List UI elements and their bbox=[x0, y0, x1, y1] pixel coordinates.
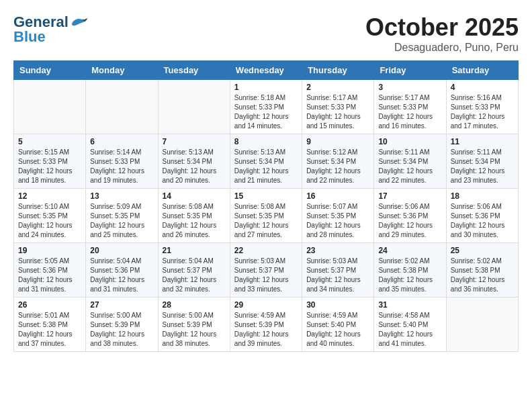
day-number: 23 bbox=[306, 246, 369, 255]
day-number: 19 bbox=[18, 246, 81, 255]
calendar-cell: 31Sunrise: 4:58 AM Sunset: 5:40 PM Dayli… bbox=[374, 298, 446, 352]
calendar-week-row: 12Sunrise: 5:10 AM Sunset: 5:35 PM Dayli… bbox=[14, 189, 519, 243]
calendar-cell: 21Sunrise: 5:04 AM Sunset: 5:37 PM Dayli… bbox=[158, 243, 230, 298]
calendar-cell: 19Sunrise: 5:05 AM Sunset: 5:36 PM Dayli… bbox=[14, 243, 86, 298]
weekday-header-thursday: Thursday bbox=[302, 61, 374, 80]
calendar-cell: 20Sunrise: 5:04 AM Sunset: 5:36 PM Dayli… bbox=[86, 243, 158, 298]
day-number: 26 bbox=[18, 300, 81, 310]
day-number: 6 bbox=[90, 137, 153, 146]
day-info: Sunrise: 5:17 AM Sunset: 5:33 PM Dayligh… bbox=[306, 93, 369, 131]
calendar-cell: 12Sunrise: 5:10 AM Sunset: 5:35 PM Dayli… bbox=[14, 189, 86, 243]
calendar-cell: 8Sunrise: 5:13 AM Sunset: 5:34 PM Daylig… bbox=[230, 134, 302, 189]
weekday-header-tuesday: Tuesday bbox=[158, 61, 230, 80]
day-number: 14 bbox=[163, 191, 226, 201]
day-number: 17 bbox=[378, 191, 441, 201]
calendar-cell: 24Sunrise: 5:02 AM Sunset: 5:38 PM Dayli… bbox=[374, 243, 446, 298]
day-info: Sunrise: 5:08 AM Sunset: 5:35 PM Dayligh… bbox=[163, 202, 226, 240]
weekday-header-saturday: Saturday bbox=[446, 61, 518, 80]
calendar-week-row: 19Sunrise: 5:05 AM Sunset: 5:36 PM Dayli… bbox=[14, 243, 519, 298]
day-info: Sunrise: 5:13 AM Sunset: 5:34 PM Dayligh… bbox=[163, 148, 226, 185]
day-info: Sunrise: 5:11 AM Sunset: 5:34 PM Dayligh… bbox=[451, 148, 514, 185]
logo: General Blue bbox=[13, 13, 89, 46]
day-info: Sunrise: 5:15 AM Sunset: 5:33 PM Dayligh… bbox=[18, 148, 81, 185]
weekday-header-friday: Friday bbox=[374, 61, 446, 80]
day-number: 3 bbox=[378, 83, 441, 92]
day-number: 25 bbox=[451, 246, 514, 255]
day-number: 28 bbox=[163, 300, 226, 310]
day-info: Sunrise: 5:05 AM Sunset: 5:36 PM Dayligh… bbox=[18, 257, 81, 294]
day-number: 4 bbox=[451, 83, 514, 92]
calendar-cell: 15Sunrise: 5:08 AM Sunset: 5:35 PM Dayli… bbox=[230, 189, 302, 243]
day-info: Sunrise: 5:18 AM Sunset: 5:33 PM Dayligh… bbox=[234, 93, 298, 131]
day-number: 31 bbox=[378, 300, 441, 310]
day-info: Sunrise: 5:08 AM Sunset: 5:35 PM Dayligh… bbox=[234, 202, 298, 240]
day-info: Sunrise: 5:10 AM Sunset: 5:35 PM Dayligh… bbox=[18, 202, 81, 240]
day-info: Sunrise: 5:14 AM Sunset: 5:33 PM Dayligh… bbox=[90, 148, 153, 185]
calendar-cell: 22Sunrise: 5:03 AM Sunset: 5:37 PM Dayli… bbox=[230, 243, 302, 298]
day-info: Sunrise: 5:03 AM Sunset: 5:37 PM Dayligh… bbox=[234, 257, 298, 294]
weekday-header-wednesday: Wednesday bbox=[230, 61, 302, 80]
day-info: Sunrise: 5:02 AM Sunset: 5:38 PM Dayligh… bbox=[378, 257, 441, 294]
day-number: 22 bbox=[234, 246, 298, 255]
day-info: Sunrise: 5:17 AM Sunset: 5:33 PM Dayligh… bbox=[378, 93, 441, 131]
calendar-cell: 10Sunrise: 5:11 AM Sunset: 5:34 PM Dayli… bbox=[374, 134, 446, 189]
day-info: Sunrise: 5:00 AM Sunset: 5:39 PM Dayligh… bbox=[163, 311, 226, 349]
calendar-cell: 27Sunrise: 5:00 AM Sunset: 5:39 PM Dayli… bbox=[86, 298, 158, 352]
calendar-week-row: 1Sunrise: 5:18 AM Sunset: 5:33 PM Daylig… bbox=[14, 80, 519, 134]
calendar-week-row: 5Sunrise: 5:15 AM Sunset: 5:33 PM Daylig… bbox=[14, 134, 519, 189]
day-number: 29 bbox=[234, 300, 298, 310]
day-number: 24 bbox=[378, 246, 441, 255]
day-number: 10 bbox=[378, 137, 441, 146]
day-info: Sunrise: 5:00 AM Sunset: 5:39 PM Dayligh… bbox=[90, 311, 153, 349]
day-info: Sunrise: 4:58 AM Sunset: 5:40 PM Dayligh… bbox=[378, 311, 441, 349]
calendar-cell bbox=[158, 80, 230, 134]
calendar-cell bbox=[446, 298, 518, 352]
day-number: 16 bbox=[306, 191, 369, 201]
day-info: Sunrise: 5:16 AM Sunset: 5:33 PM Dayligh… bbox=[451, 93, 514, 131]
day-number: 18 bbox=[451, 191, 514, 201]
calendar-cell: 7Sunrise: 5:13 AM Sunset: 5:34 PM Daylig… bbox=[158, 134, 230, 189]
day-info: Sunrise: 5:11 AM Sunset: 5:34 PM Dayligh… bbox=[378, 148, 441, 185]
day-number: 11 bbox=[451, 137, 514, 146]
calendar-week-row: 26Sunrise: 5:01 AM Sunset: 5:38 PM Dayli… bbox=[14, 298, 519, 352]
day-number: 5 bbox=[18, 137, 81, 146]
calendar-cell: 3Sunrise: 5:17 AM Sunset: 5:33 PM Daylig… bbox=[374, 80, 446, 134]
logo-blue: Blue bbox=[13, 28, 46, 46]
month-title: October 2025 bbox=[365, 13, 519, 42]
weekday-header-monday: Monday bbox=[86, 61, 158, 80]
day-info: Sunrise: 5:13 AM Sunset: 5:34 PM Dayligh… bbox=[234, 148, 298, 185]
calendar-cell: 26Sunrise: 5:01 AM Sunset: 5:38 PM Dayli… bbox=[14, 298, 86, 352]
day-number: 2 bbox=[306, 83, 369, 92]
calendar-cell: 16Sunrise: 5:07 AM Sunset: 5:35 PM Dayli… bbox=[302, 189, 374, 243]
day-number: 8 bbox=[234, 137, 298, 146]
day-number: 21 bbox=[163, 246, 226, 255]
calendar-cell: 13Sunrise: 5:09 AM Sunset: 5:35 PM Dayli… bbox=[86, 189, 158, 243]
day-number: 27 bbox=[90, 300, 153, 310]
day-info: Sunrise: 5:02 AM Sunset: 5:38 PM Dayligh… bbox=[451, 257, 514, 294]
calendar-cell: 2Sunrise: 5:17 AM Sunset: 5:33 PM Daylig… bbox=[302, 80, 374, 134]
calendar-cell: 30Sunrise: 4:59 AM Sunset: 5:40 PM Dayli… bbox=[302, 298, 374, 352]
day-info: Sunrise: 4:59 AM Sunset: 5:39 PM Dayligh… bbox=[234, 311, 298, 349]
calendar-cell: 18Sunrise: 5:06 AM Sunset: 5:36 PM Dayli… bbox=[446, 189, 518, 243]
calendar-cell: 1Sunrise: 5:18 AM Sunset: 5:33 PM Daylig… bbox=[230, 80, 302, 134]
calendar-cell: 11Sunrise: 5:11 AM Sunset: 5:34 PM Dayli… bbox=[446, 134, 518, 189]
day-info: Sunrise: 5:09 AM Sunset: 5:35 PM Dayligh… bbox=[90, 202, 153, 240]
day-number: 13 bbox=[90, 191, 153, 201]
calendar-cell: 4Sunrise: 5:16 AM Sunset: 5:33 PM Daylig… bbox=[446, 80, 518, 134]
calendar-cell: 23Sunrise: 5:03 AM Sunset: 5:37 PM Dayli… bbox=[302, 243, 374, 298]
day-info: Sunrise: 4:59 AM Sunset: 5:40 PM Dayligh… bbox=[306, 311, 369, 349]
calendar-cell: 29Sunrise: 4:59 AM Sunset: 5:39 PM Dayli… bbox=[230, 298, 302, 352]
calendar-cell: 9Sunrise: 5:12 AM Sunset: 5:34 PM Daylig… bbox=[302, 134, 374, 189]
day-info: Sunrise: 5:01 AM Sunset: 5:38 PM Dayligh… bbox=[18, 311, 81, 349]
weekday-header-sunday: Sunday bbox=[14, 61, 86, 80]
day-info: Sunrise: 5:03 AM Sunset: 5:37 PM Dayligh… bbox=[306, 257, 369, 294]
day-info: Sunrise: 5:06 AM Sunset: 5:36 PM Dayligh… bbox=[451, 202, 514, 240]
day-number: 7 bbox=[163, 137, 226, 146]
day-info: Sunrise: 5:12 AM Sunset: 5:34 PM Dayligh… bbox=[306, 148, 369, 185]
logo-bird-icon bbox=[70, 16, 89, 28]
day-number: 20 bbox=[90, 246, 153, 255]
day-info: Sunrise: 5:04 AM Sunset: 5:37 PM Dayligh… bbox=[163, 257, 226, 294]
calendar-cell bbox=[14, 80, 86, 134]
title-section: October 2025 Desaguadero, Puno, Peru bbox=[365, 13, 519, 54]
day-number: 9 bbox=[306, 137, 369, 146]
